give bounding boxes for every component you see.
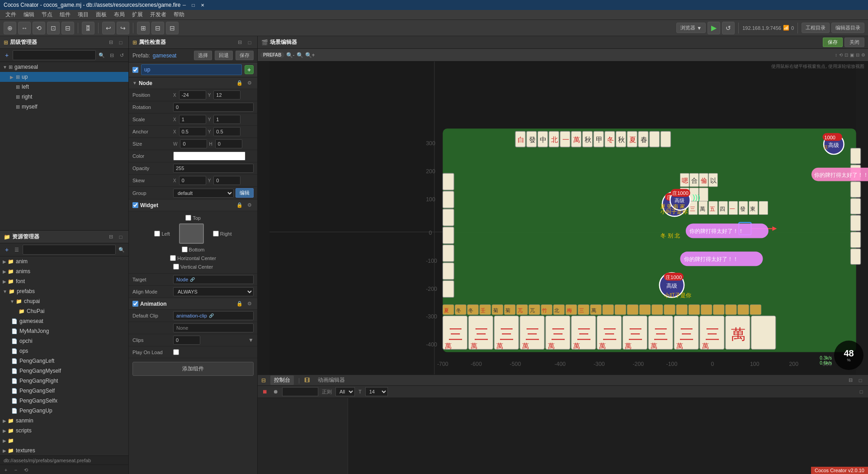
prefab-save-btn[interactable]: 保存 [236,51,254,60]
add-component-btn[interactable]: 添加组件 [132,362,254,376]
scale-x-input[interactable] [179,115,206,124]
anim-section-gear-icon[interactable]: ⚙ [245,300,254,308]
scene-tool-4[interactable]: ▣ [850,52,854,57]
redo-btn[interactable]: ↪ [117,22,129,34]
asset-item-anim[interactable]: ▶ 📁 anim [0,256,128,266]
transform-btn-6[interactable]: 🎛 [82,22,94,34]
node-section-header[interactable]: ▼ Node 🔒 ⚙ [129,77,257,89]
asset-item-prefabs[interactable]: ▼ 📁 prefabs [0,286,128,296]
minimize-button[interactable]: ─ [181,1,188,9]
tree-item-left[interactable]: ⊞ left [0,82,128,92]
widget-enabled-checkbox[interactable] [132,202,138,208]
menu-help[interactable]: 帮助 [170,10,188,19]
prefab-revert-btn[interactable]: 回退 [215,51,233,60]
asset-item-textures[interactable]: ▶ 📁 textures [0,446,128,455]
rotation-input[interactable] [173,103,254,112]
position-y-input[interactable] [213,90,241,100]
anim-section-lock-icon[interactable]: 🔒 [236,300,244,308]
node-enabled-checkbox[interactable] [132,67,138,73]
asset-item-scripts[interactable]: ▶ 📁 scripts [0,426,128,436]
widget-right-checkbox[interactable] [213,231,219,237]
widget-bottom-checkbox[interactable] [182,246,188,252]
refresh-btn[interactable]: ↺ [722,22,735,34]
prefab-select-btn[interactable]: 选择 [194,51,212,60]
hierarchy-settings-icon[interactable]: ⊟ [107,38,115,47]
position-x-input[interactable] [179,90,206,100]
node-section-gear-icon[interactable]: ⚙ [245,79,254,87]
asset-item-chupai-child[interactable]: 📁 ChuPai [0,306,128,316]
play-btn[interactable]: ▶ [708,22,720,34]
asset-item-pengangup[interactable]: 📄 PengGangUp [0,406,128,416]
hierarchy-maximize-icon[interactable]: □ [117,38,125,47]
bottom-maximize-icon[interactable]: □ [856,376,864,384]
scene-zoom-icon[interactable]: 🔍 [297,52,303,58]
asset-item-gameseat[interactable]: 📄 gameseat [0,316,128,326]
tree-item-up[interactable]: ▶ ⊞ up [0,72,128,82]
asset-item-sounds[interactable]: ▶ 📁 [0,436,128,446]
menu-dev[interactable]: 开发者 [146,10,170,19]
browser-dropdown[interactable]: 浏览器 ▼ [676,23,706,33]
asset-item-sanmin[interactable]: ▶ 📁 sanmin [0,416,128,426]
skew-y-input[interactable] [213,176,241,185]
anchor-y-input[interactable] [213,127,241,136]
asset-search-icon[interactable]: 🔍 [118,246,126,254]
hierarchy-search-icon[interactable]: 🔍 [98,51,106,59]
scene-tool-6[interactable]: ⚙ [861,52,865,57]
scene-viewport-svg[interactable]: 300 200 100 0 -100 -200 -300 -400 -700 -… [258,62,868,374]
asset-item-chupai[interactable]: ▼ 📁 chupai [0,296,128,306]
tab-anim-editor[interactable]: 动画编辑器 [314,375,349,385]
asset-item-pengangsself[interactable]: 📄 PengGangSelf [0,386,128,396]
tree-item-gameseal[interactable]: ▼ ⊞ gameseal [0,62,128,72]
transform-btn-1[interactable]: ⊕ [4,22,16,34]
scene-save-btn[interactable]: 保存 [823,38,843,47]
group-edit-btn[interactable]: 编辑 [236,188,254,198]
widget-section-gear-icon[interactable]: ⚙ [245,201,254,209]
scene-close-btn[interactable]: 关闭 [844,38,864,47]
hierarchy-filter-icon[interactable]: ⊟ [108,51,116,59]
asset-item-anims[interactable]: ▶ 📁 anims [0,266,128,276]
size-w-input[interactable] [180,139,207,148]
widget-section-header[interactable]: Widget 🔒 ⚙ [129,199,257,211]
widget-top-checkbox[interactable] [185,215,191,221]
project-dir-btn[interactable]: 工程目录 [802,23,830,33]
menu-edit[interactable]: 编辑 [20,10,38,19]
asset-search-input[interactable] [23,245,116,255]
asset-item-pengangleft[interactable]: 📄 PengGangLeft [0,356,128,366]
asset-item-mymahjon[interactable]: 📄 MyMahJong [0,326,128,336]
menu-panel[interactable]: 面板 [92,10,110,19]
hierarchy-search-input[interactable] [13,50,96,60]
grid-btn[interactable]: ⊟ [151,22,164,34]
menu-file[interactable]: 文件 [2,10,20,19]
undo-btn[interactable]: ↩ [102,22,115,34]
scene-zoom-fit-icon[interactable]: 🔍- [286,52,295,58]
anim-editor-extra-icon[interactable]: □ [857,388,865,396]
align-btn[interactable]: ⊟ [166,22,179,34]
tree-item-right[interactable]: ⊞ right [0,92,128,102]
asset-item-pengangmyself[interactable]: 📄 PengGangMyself [0,366,128,376]
menu-layout[interactable]: 布局 [110,10,128,19]
asset-item-pengangright[interactable]: 📄 PengGangRight [0,376,128,386]
transform-btn-2[interactable]: ↔ [18,22,31,34]
hierarchy-add-icon[interactable]: + [3,51,11,59]
widget-section-lock-icon[interactable]: 🔒 [236,201,244,209]
scale-y-input[interactable] [213,115,241,124]
scene-tool-5[interactable]: ⊟ [856,52,859,57]
scene-tool-2[interactable]: ⟲ [839,52,843,57]
asset-item-ops[interactable]: 📄 ops [0,346,128,356]
transform-btn-4[interactable]: ⊡ [47,22,60,34]
menu-component[interactable]: 组件 [56,10,74,19]
asset-list-icon[interactable]: ☰ [13,246,21,254]
anim-stop-btn[interactable]: ⏹ [260,388,269,396]
transform-btn-5[interactable]: ⊟ [61,22,74,34]
align-mode-select[interactable]: ALWAYS [173,287,254,296]
widget-vcenter-checkbox[interactable] [173,264,179,270]
scene-tool-1[interactable]: ↕ [835,52,837,57]
bottom-settings-icon[interactable]: ⊟ [846,376,854,384]
hierarchy-refresh-icon[interactable]: ↺ [118,51,126,59]
group-select[interactable]: default [173,189,234,198]
editor-dir-btn[interactable]: 编辑器目录 [831,23,864,33]
anim-time-input[interactable] [282,387,318,396]
asset-bottom-btn2[interactable]: − [12,466,20,474]
animation-section-header[interactable]: Animation 🔒 ⚙ [129,298,257,310]
node-name-input[interactable] [141,64,242,75]
